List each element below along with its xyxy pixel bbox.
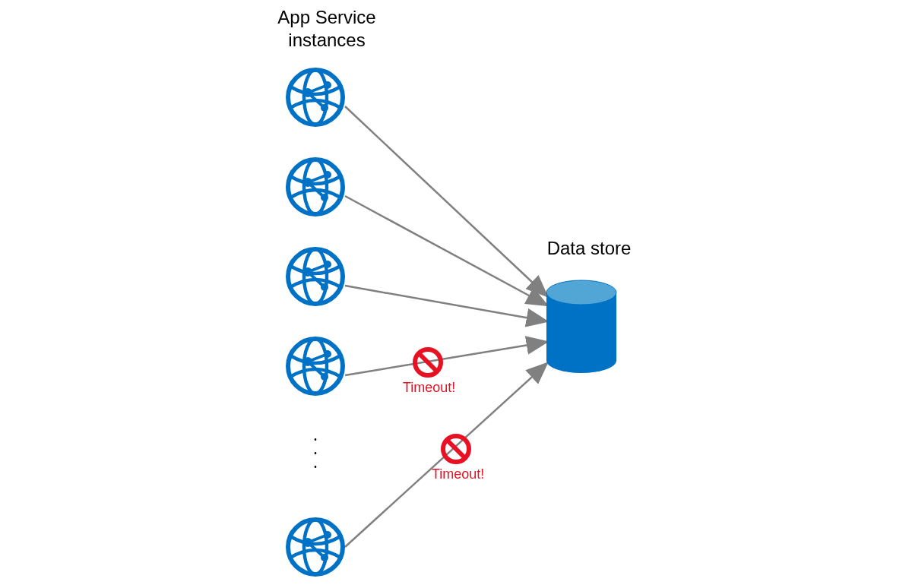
timeout-label-1: Timeout! [403, 380, 455, 396]
timeout-label-2: Timeout! [432, 466, 484, 482]
data-store-title: Data store [536, 237, 642, 260]
app-service-instance-n [288, 520, 343, 574]
app-service-instance-1 [288, 70, 343, 125]
svg-line-12 [345, 286, 547, 321]
app-service-instance-2 [288, 160, 343, 214]
database-icon [546, 280, 616, 373]
architecture-diagram [0, 0, 912, 588]
svg-line-11 [345, 196, 547, 305]
app-service-instance-3 [288, 249, 343, 304]
no-entry-icon-2 [443, 436, 469, 462]
svg-line-10 [345, 106, 547, 296]
ellipsis-dots: ••• [308, 433, 323, 474]
app-service-instance-4 [288, 339, 343, 394]
app-service-title: App Service instances [266, 6, 388, 52]
svg-line-13 [345, 342, 547, 375]
